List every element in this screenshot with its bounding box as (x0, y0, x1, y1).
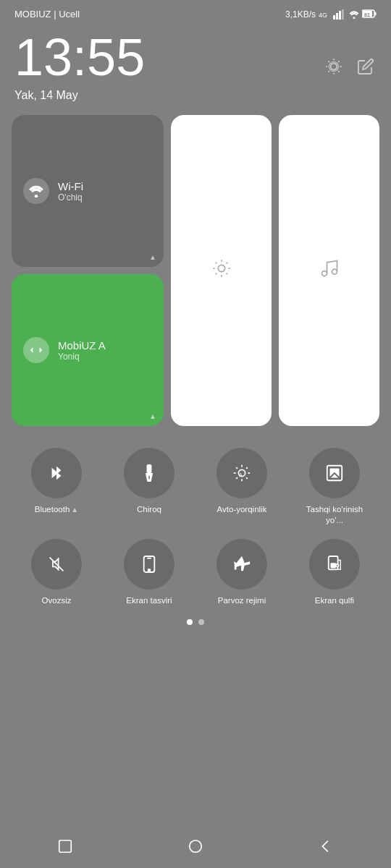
svg-line-15 (328, 61, 329, 62)
wifi-arrow: ▲ (149, 253, 156, 261)
mobile-subtitle: Yoniq (58, 352, 106, 362)
mobile-tile-text: MobiUZ A Yoniq (58, 339, 106, 362)
svg-point-55 (190, 841, 202, 853)
brightness-tile[interactable] (171, 115, 272, 426)
silent-label: Ovozsiz (42, 595, 72, 606)
wifi-tile-icon (23, 178, 49, 204)
media-tile[interactable] (279, 115, 379, 426)
svg-text:81: 81 (364, 12, 370, 17)
silent-item[interactable]: Ovozsiz (10, 539, 103, 606)
svg-rect-54 (59, 841, 72, 853)
svg-point-50 (148, 569, 151, 571)
bluetooth-item[interactable]: Bluetooth ▲ (10, 448, 103, 526)
screenshot-button[interactable] (124, 539, 175, 590)
edit-icon[interactable] (355, 56, 377, 77)
svg-line-40 (236, 467, 237, 469)
svg-line-17 (328, 71, 329, 72)
screen-lock-item[interactable]: Ekran qulfi (288, 539, 381, 606)
flashlight-label: Chiroq (137, 504, 161, 515)
svg-line-28 (215, 273, 216, 275)
auto-brightness-item[interactable]: A Avto-yorqinlik (196, 448, 288, 526)
svg-text:A: A (239, 472, 243, 477)
status-bar: MOBIUZ | Ucell 3,1KB/s 4G 81 (0, 0, 391, 24)
auto-brightness-button[interactable]: A (216, 448, 267, 498)
nav-recents-button[interactable] (51, 832, 80, 861)
screenshot-label: Ekran tasviri (126, 595, 172, 606)
airplane-button[interactable] (216, 539, 267, 590)
svg-rect-2 (336, 13, 338, 20)
svg-point-30 (321, 271, 327, 276)
wifi-tile-text: Wi-Fi O'chiq (58, 180, 83, 203)
dot-1[interactable] (187, 619, 193, 625)
tiles-area: Wi-Fi O'chiq ▲ MobiUZ A Yoniq ▲ (0, 102, 391, 441)
svg-point-21 (218, 265, 224, 271)
bluetooth-arrow: ▲ (71, 506, 78, 514)
screen-lock-button[interactable] (309, 539, 360, 590)
dot-2[interactable] (198, 619, 204, 625)
svg-point-31 (332, 269, 337, 274)
airplane-label: Parvoz rejimi (218, 595, 266, 606)
svg-line-43 (246, 467, 248, 469)
svg-point-5 (353, 17, 356, 19)
signal-icon (333, 9, 346, 20)
svg-line-18 (338, 61, 340, 62)
quick-actions-grid: Bluetooth ▲ Chiroq (0, 441, 391, 613)
screen-appearance-label: Tashqi ko'rinish yo'... (306, 504, 363, 526)
svg-rect-52 (331, 563, 336, 568)
svg-rect-1 (333, 15, 335, 20)
svg-line-27 (226, 273, 227, 275)
screen-lock-label: Ekran qulfi (315, 595, 354, 606)
bluetooth-button[interactable] (31, 448, 82, 498)
screenshot-item[interactable]: Ekran tasviri (103, 539, 196, 606)
speed-text: 3,1KB/s (285, 9, 316, 20)
mobile-tile[interactable]: MobiUZ A Yoniq ▲ (12, 274, 164, 426)
tiles-left-column: Wi-Fi O'chiq ▲ MobiUZ A Yoniq ▲ (12, 115, 164, 426)
nav-bar (0, 825, 391, 868)
svg-rect-32 (147, 464, 152, 473)
svg-line-29 (226, 263, 227, 264)
screen-appearance-button[interactable] (309, 448, 360, 498)
airplane-item[interactable]: Parvoz rejimi (196, 539, 288, 606)
wifi-tile[interactable]: Wi-Fi O'chiq ▲ (12, 115, 164, 267)
brightness-icon[interactable] (323, 56, 345, 77)
svg-point-20 (35, 195, 38, 197)
flashlight-item[interactable]: Chiroq (103, 448, 196, 526)
svg-line-26 (215, 263, 216, 264)
status-right: 3,1KB/s 4G 81 (285, 9, 377, 20)
svg-point-10 (331, 64, 337, 70)
silent-button[interactable] (31, 539, 82, 590)
svg-rect-7 (375, 12, 377, 15)
page-dots (0, 619, 391, 625)
svg-line-16 (338, 71, 340, 72)
clock-date: Yak, 14 May (14, 89, 145, 102)
clock-icons (323, 56, 377, 77)
svg-line-41 (246, 477, 248, 479)
auto-brightness-label: Avto-yorqinlik (217, 504, 267, 515)
battery-level: 81 (362, 9, 377, 20)
nav-back-button[interactable] (311, 832, 340, 861)
mobile-arrow: ▲ (149, 412, 156, 420)
svg-line-42 (236, 477, 237, 479)
flashlight-button[interactable] (124, 448, 175, 498)
tiles-top-row: Wi-Fi O'chiq ▲ MobiUZ A Yoniq ▲ (12, 115, 379, 426)
network-icon: 4G (319, 9, 330, 20)
svg-rect-3 (339, 11, 341, 20)
media-tile-icon (319, 258, 340, 283)
wifi-subtitle: O'chiq (58, 192, 83, 203)
tiles-right-column (171, 115, 379, 426)
nav-home-button[interactable] (181, 832, 210, 861)
bluetooth-label: Bluetooth (35, 504, 70, 515)
mobile-tile-icon (23, 337, 49, 363)
screen-appearance-item[interactable]: Tashqi ko'rinish yo'... (288, 448, 381, 526)
wifi-status-icon (349, 10, 359, 19)
svg-rect-4 (342, 9, 344, 20)
svg-point-53 (336, 564, 339, 567)
clock-time: 13:55 (14, 31, 145, 83)
mobile-title: MobiUZ A (58, 339, 106, 352)
clock-block: 13:55 Yak, 14 May (14, 31, 145, 102)
wifi-title: Wi-Fi (58, 180, 83, 192)
svg-text:4G: 4G (319, 12, 327, 19)
carrier-text: MOBIUZ | Ucell (14, 9, 80, 20)
svg-line-47 (50, 557, 64, 571)
clock-area: 13:55 Yak, 14 May (0, 24, 391, 102)
